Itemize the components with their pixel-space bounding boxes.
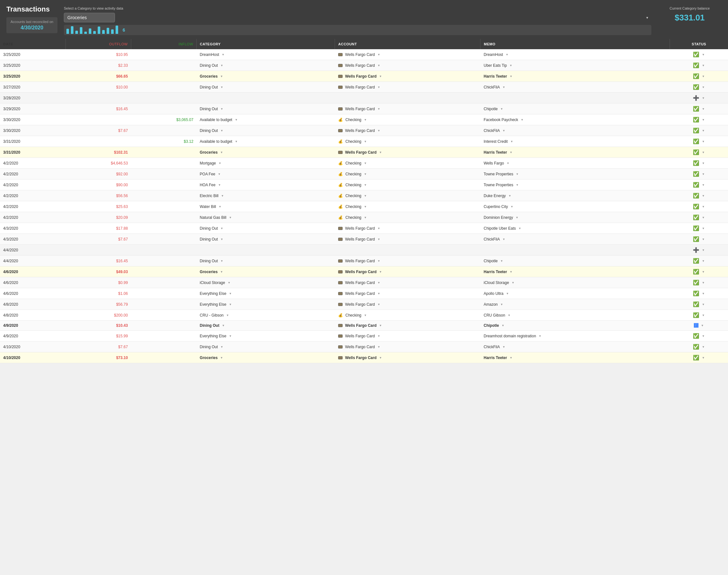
table-row[interactable]: 4/6/2020 $1.06 Everything Else▼ Wells Fa… — [0, 288, 728, 299]
cell-inflow[interactable] — [131, 71, 196, 82]
status-dropdown-arrow[interactable]: ▼ — [702, 162, 705, 165]
cell-category[interactable]: Everything Else▼ — [197, 288, 335, 299]
account-dropdown-arrow[interactable]: ▼ — [364, 314, 367, 317]
table-row[interactable]: 4/2/2020 $25.63 Water Bill▼ 💰Checking▼ C… — [0, 201, 728, 212]
cell-account[interactable]: Wells Fargo Card▼ — [335, 341, 480, 352]
account-dropdown-arrow[interactable]: ▼ — [377, 129, 380, 132]
category-dropdown-arrow[interactable]: ▼ — [226, 314, 229, 317]
cell-inflow[interactable] — [131, 288, 196, 299]
account-dropdown-arrow[interactable]: ▼ — [377, 303, 380, 306]
status-dropdown-arrow[interactable]: ▼ — [702, 205, 705, 208]
cell-account[interactable] — [335, 245, 480, 256]
status-dropdown-arrow[interactable]: ▼ — [702, 140, 705, 143]
status-dropdown-arrow[interactable]: ▼ — [702, 53, 705, 56]
cell-outflow[interactable] — [66, 114, 131, 125]
cell-status[interactable]: ✅ ▼ — [670, 352, 728, 363]
cell-account[interactable]: Wells Fargo Card▼ — [335, 256, 480, 266]
cell-account[interactable]: 💰Checking▼ — [335, 310, 480, 321]
cell-memo[interactable]: Facebook Paycheck▼ — [480, 114, 670, 125]
cell-account[interactable]: Wells Fargo Card▼ — [335, 147, 480, 158]
account-dropdown-arrow[interactable]: ▼ — [377, 53, 380, 56]
cell-status[interactable]: ✅ ▼ — [670, 158, 728, 169]
cell-account[interactable] — [335, 93, 480, 103]
cell-category[interactable]: CRU - Gibson▼ — [197, 310, 335, 321]
category-dropdown-arrow[interactable]: ▼ — [229, 303, 232, 306]
cell-outflow[interactable] — [66, 136, 131, 147]
cell-outflow[interactable]: $2.33 — [66, 60, 131, 71]
cell-memo[interactable]: Duke Energy▼ — [480, 191, 670, 201]
cell-memo[interactable]: Harris Teeter▼ — [480, 71, 670, 82]
cell-account[interactable]: 💰Checking▼ — [335, 114, 480, 125]
table-row[interactable]: 4/4/2020 ➕ ▼ — [0, 245, 728, 256]
account-dropdown-arrow[interactable]: ▼ — [377, 107, 380, 110]
memo-dropdown-arrow[interactable]: ▼ — [511, 281, 514, 284]
account-dropdown-arrow[interactable]: ▼ — [377, 345, 380, 348]
cell-outflow[interactable]: $10.00 — [66, 82, 131, 93]
account-dropdown-arrow[interactable]: ▼ — [364, 162, 367, 165]
table-row[interactable]: 4/9/2020 $15.99 Everything Else▼ Wells F… — [0, 331, 728, 341]
category-dropdown-arrow[interactable]: ▼ — [235, 118, 238, 122]
memo-dropdown-arrow[interactable]: ▼ — [508, 314, 511, 317]
cell-status[interactable]: ✅ ▼ — [670, 331, 728, 341]
cell-account[interactable]: 💰Checking▼ — [335, 179, 480, 191]
cell-memo[interactable]: Uber Eats Tip▼ — [480, 60, 670, 71]
cell-outflow[interactable]: $56.79 — [66, 299, 131, 310]
table-row[interactable]: 4/2/2020 $20.09 Natural Gas Bill▼ 💰Check… — [0, 212, 728, 223]
cell-status[interactable]: ✅ ▼ — [670, 49, 728, 60]
status-dropdown-arrow[interactable]: ▼ — [702, 107, 705, 110]
memo-dropdown-arrow[interactable]: ▼ — [502, 86, 505, 89]
cell-inflow[interactable] — [131, 60, 196, 71]
cell-outflow[interactable]: $7.67 — [66, 341, 131, 352]
memo-dropdown-arrow[interactable]: ▼ — [516, 216, 518, 219]
table-row[interactable]: 4/9/2020 $10.43 Dining Out▼ Wells Fargo … — [0, 321, 728, 331]
account-dropdown-arrow[interactable]: ▼ — [377, 238, 380, 241]
cell-category[interactable]: Electric Bill▼ — [197, 191, 335, 201]
cell-memo[interactable]: Interest Credit▼ — [480, 136, 670, 147]
memo-dropdown-arrow[interactable]: ▼ — [500, 303, 503, 306]
cell-category[interactable]: Dining Out▼ — [197, 341, 335, 352]
category-dropdown-arrow[interactable]: ▼ — [220, 270, 223, 273]
status-dropdown-arrow[interactable]: ▼ — [702, 86, 705, 89]
table-row[interactable]: 4/8/2020 $200.00 CRU - Gibson▼ 💰Checking… — [0, 310, 728, 321]
status-dropdown-arrow[interactable]: ▼ — [702, 334, 705, 338]
cell-status[interactable]: ➕ ▼ — [670, 93, 728, 103]
cell-category[interactable]: Dining Out▼ — [197, 82, 335, 93]
cell-status[interactable]: ✅ ▼ — [670, 125, 728, 136]
cell-status[interactable]: ✅ ▼ — [670, 288, 728, 299]
cell-outflow[interactable]: $7.67 — [66, 125, 131, 136]
account-dropdown-arrow[interactable]: ▼ — [377, 292, 380, 295]
cell-account[interactable]: 💰Checking▼ — [335, 136, 480, 147]
cell-status[interactable]: ✅ ▼ — [670, 234, 728, 245]
table-row[interactable]: 4/6/2020 $0.99 iCloud Storage▼ Wells Far… — [0, 277, 728, 288]
cell-category[interactable]: Everything Else▼ — [197, 331, 335, 341]
category-dropdown-arrow[interactable]: ▼ — [222, 324, 225, 327]
cell-account[interactable]: 💰Checking▼ — [335, 212, 480, 223]
account-dropdown-arrow[interactable]: ▼ — [377, 334, 380, 338]
status-dropdown-arrow[interactable]: ▼ — [702, 75, 705, 78]
cell-inflow[interactable] — [131, 321, 196, 331]
table-row[interactable]: 4/10/2020 $73.10 Groceries▼ Wells Fargo … — [0, 352, 728, 363]
cell-memo[interactable]: Wells Fargo▼ — [480, 158, 670, 169]
cell-inflow[interactable] — [131, 310, 196, 321]
table-row[interactable]: 4/10/2020 $7.67 Dining Out▼ Wells Fargo … — [0, 341, 728, 352]
cell-account[interactable]: Wells Fargo Card▼ — [335, 277, 480, 288]
cell-status[interactable]: ✅ ▼ — [670, 201, 728, 212]
category-dropdown-arrow[interactable]: ▼ — [220, 64, 223, 67]
cell-account[interactable]: 💰Checking▼ — [335, 191, 480, 201]
cell-outflow[interactable]: $16.45 — [66, 256, 131, 266]
table-row[interactable]: 4/8/2020 $56.79 Everything Else▼ Wells F… — [0, 299, 728, 310]
category-dropdown-arrow[interactable]: ▼ — [220, 345, 223, 348]
account-dropdown-arrow[interactable]: ▼ — [364, 216, 367, 219]
table-row[interactable]: 4/2/2020 $92.00 POA Fee▼ 💰Checking▼ Town… — [0, 169, 728, 179]
category-dropdown-arrow[interactable]: ▼ — [221, 194, 224, 197]
cell-category[interactable]: Dining Out▼ — [197, 234, 335, 245]
cell-account[interactable]: Wells Fargo Card▼ — [335, 288, 480, 299]
table-row[interactable]: 3/30/2020 $7.67 Dining Out▼ Wells Fargo … — [0, 125, 728, 136]
cell-inflow[interactable]: $3.12 — [131, 136, 196, 147]
cell-memo[interactable]: Chipotle Uber Eats▼ — [480, 223, 670, 234]
cell-category[interactable]: Natural Gas Bill▼ — [197, 212, 335, 223]
cell-category[interactable]: Dining Out▼ — [197, 125, 335, 136]
table-row[interactable]: 3/30/2020 $3,065.07 Available to budget▼… — [0, 114, 728, 125]
status-dropdown-arrow[interactable]: ▼ — [702, 227, 705, 230]
account-dropdown-arrow[interactable]: ▼ — [379, 151, 382, 154]
